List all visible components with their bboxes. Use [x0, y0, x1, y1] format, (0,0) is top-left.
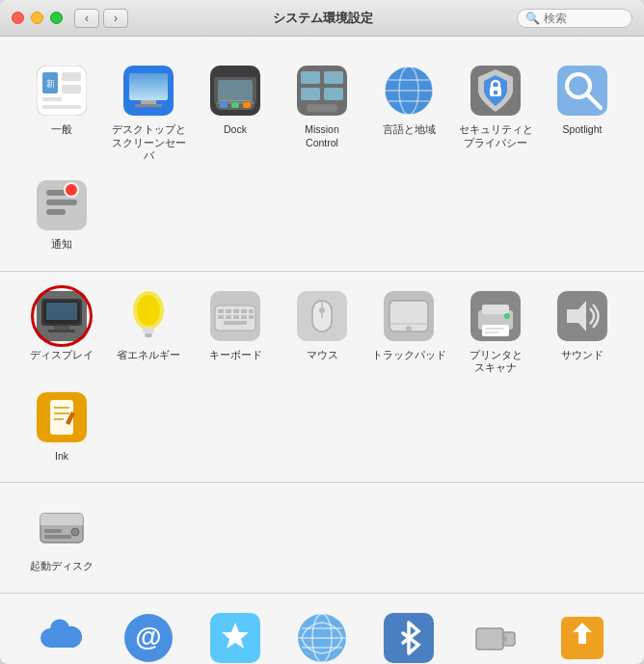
- grid-item-keyboard[interactable]: キーボード: [193, 281, 278, 381]
- label-language: 言語と地域: [383, 123, 436, 137]
- grid-item-dock[interactable]: Dock: [193, 56, 278, 169]
- grid-item-trackpad[interactable]: トラックパッド: [366, 281, 451, 381]
- label-ink: Ink: [55, 450, 68, 464]
- icon-mouse: [295, 289, 349, 343]
- svg-rect-16: [220, 102, 228, 108]
- grid-item-mission[interactable]: MissionControl: [280, 56, 364, 169]
- svg-rect-23: [324, 88, 343, 100]
- grid-item-display[interactable]: ディスプレイ: [19, 281, 104, 381]
- grid-item-sound[interactable]: サウンド: [540, 281, 625, 381]
- icon-app-store: [208, 611, 262, 664]
- icon-mission: [295, 64, 349, 118]
- grid-item-general[interactable]: 新 一般: [19, 56, 104, 169]
- icon-energy: [121, 289, 175, 343]
- svg-rect-48: [48, 330, 75, 332]
- label-general: 一般: [51, 123, 72, 137]
- titlebar: ‹ › システム環境設定 🔍: [0, 0, 644, 37]
- svg-rect-92: [44, 529, 62, 533]
- icon-keyboard: [208, 289, 262, 343]
- svg-rect-17: [231, 102, 239, 108]
- grid-item-energy[interactable]: 省エネルギー: [106, 281, 191, 381]
- svg-rect-64: [249, 315, 254, 319]
- icon-network: [295, 611, 349, 664]
- svg-rect-79: [485, 332, 498, 333]
- svg-rect-55: [218, 309, 224, 313]
- close-button[interactable]: [12, 12, 24, 24]
- svg-rect-3: [62, 85, 81, 93]
- svg-rect-59: [249, 309, 254, 313]
- svg-point-73: [406, 326, 412, 332]
- label-mission: MissionControl: [305, 123, 339, 149]
- svg-rect-9: [129, 73, 168, 100]
- icon-dock: [208, 64, 262, 118]
- system-preferences-window: ‹ › システム環境設定 🔍: [0, 0, 644, 664]
- startup-grid: 起動ディスク: [19, 492, 625, 579]
- svg-rect-21: [324, 71, 343, 84]
- label-spotlight: Spotlight: [563, 123, 603, 137]
- grid-item-security[interactable]: セキュリティとプライバシー: [453, 56, 538, 169]
- svg-rect-34: [494, 91, 497, 94]
- svg-rect-77: [482, 325, 509, 336]
- icon-sharing: [555, 611, 609, 664]
- svg-rect-10: [141, 100, 156, 104]
- svg-rect-91: [40, 521, 83, 525]
- section-personal: 新 一般: [0, 46, 644, 272]
- forward-button[interactable]: ›: [103, 9, 128, 28]
- icon-notification: [35, 178, 89, 232]
- grid-item-language[interactable]: 言語と地域: [366, 56, 451, 169]
- svg-point-80: [504, 313, 510, 319]
- label-sound: サウンド: [561, 349, 604, 362]
- svg-rect-60: [218, 315, 224, 319]
- label-mouse: マウス: [307, 349, 338, 362]
- svg-rect-18: [243, 102, 251, 108]
- grid-item-extensions[interactable]: 機能拡張: [453, 603, 538, 664]
- grid-item-startup-disk[interactable]: 起動ディスク: [19, 492, 104, 579]
- search-box[interactable]: 🔍: [517, 9, 632, 28]
- svg-rect-52: [145, 333, 152, 337]
- grid-item-ink[interactable]: Ink: [19, 383, 104, 469]
- svg-rect-24: [307, 104, 337, 112]
- svg-rect-58: [241, 309, 247, 313]
- maximize-button[interactable]: [50, 12, 63, 24]
- label-energy: 省エネルギー: [117, 349, 180, 362]
- svg-rect-14: [218, 80, 253, 101]
- traffic-lights: [12, 12, 63, 24]
- grid-item-printer[interactable]: プリンタとスキャナ: [453, 281, 538, 381]
- personal-grid: 新 一般: [19, 56, 625, 257]
- label-trackpad: トラックパッド: [372, 349, 446, 362]
- icon-trackpad: [382, 289, 436, 343]
- grid-item-sharing[interactable]: 共有: [540, 603, 625, 664]
- grid-item-mouse[interactable]: マウス: [280, 281, 364, 381]
- grid-item-network[interactable]: ネットワーク: [280, 603, 364, 664]
- svg-rect-76: [482, 305, 509, 314]
- icon-printer: [469, 289, 523, 343]
- svg-rect-78: [485, 328, 504, 330]
- search-input[interactable]: [544, 12, 621, 25]
- grid-item-internet-accounts[interactable]: @ インターネットアカウント: [106, 603, 191, 664]
- grid-item-spotlight[interactable]: Spotlight: [540, 56, 625, 169]
- icon-extensions: [469, 611, 523, 664]
- grid-item-icloud[interactable]: iCloud: [19, 603, 104, 664]
- grid-item-notification[interactable]: 通知: [19, 171, 104, 257]
- svg-rect-41: [46, 209, 66, 215]
- label-security: セキュリティとプライバシー: [459, 123, 533, 149]
- label-startup-disk: 起動ディスク: [30, 560, 94, 573]
- svg-rect-40: [46, 199, 77, 205]
- grid-item-desktop[interactable]: デスクトップとスクリーンセーバ: [106, 56, 191, 169]
- back-button[interactable]: ‹: [74, 9, 99, 28]
- svg-rect-20: [301, 71, 320, 84]
- svg-rect-93: [44, 535, 71, 539]
- icon-language: [382, 64, 436, 118]
- svg-rect-46: [46, 303, 77, 320]
- svg-rect-2: [62, 72, 81, 81]
- hardware-grid: ディスプレイ 省エネルギー: [19, 281, 625, 469]
- grid-item-app-store[interactable]: App Store: [193, 603, 278, 664]
- minimize-button[interactable]: [31, 12, 43, 24]
- svg-rect-63: [241, 315, 247, 319]
- svg-rect-61: [226, 315, 231, 319]
- svg-point-94: [71, 528, 79, 536]
- section-startup: 起動ディスク: [0, 483, 644, 594]
- section-internet: iCloud @ インターネットアカウント: [0, 594, 644, 664]
- nav-buttons: ‹ ›: [74, 9, 128, 28]
- grid-item-bluetooth[interactable]: Bluetooth: [366, 603, 451, 664]
